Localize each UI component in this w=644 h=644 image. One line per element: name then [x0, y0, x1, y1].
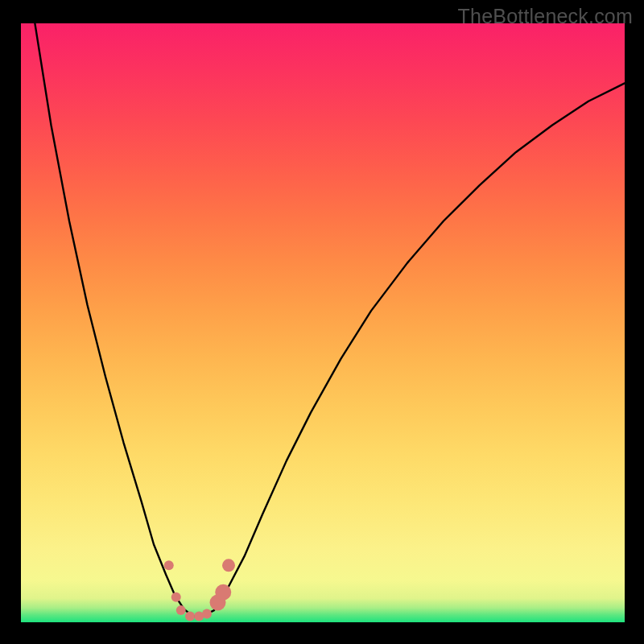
data-point-marker [176, 605, 186, 615]
data-point-marker [164, 560, 174, 570]
markers-group [164, 559, 235, 621]
curve-path [33, 23, 625, 617]
curve-group [33, 23, 625, 617]
plot-area [21, 23, 625, 622]
data-point-marker [222, 559, 235, 572]
watermark-text: TheBottleneck.com [458, 5, 633, 28]
chart-container: TheBottleneck.com [0, 0, 644, 644]
data-point-marker [171, 592, 181, 602]
data-point-marker [185, 612, 195, 621]
data-point-marker [202, 609, 212, 619]
plot-svg [21, 23, 625, 622]
data-point-marker [215, 584, 231, 601]
